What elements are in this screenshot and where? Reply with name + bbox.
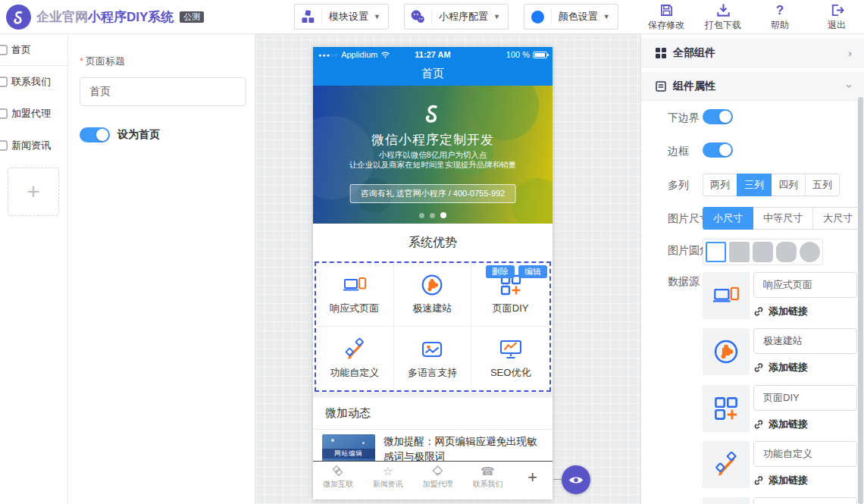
pages-sidebar: 首页 联系我们 加盟代理 新闻资讯 + bbox=[0, 34, 68, 504]
app-title: 企业官网小程序DIY系统 公测 bbox=[36, 0, 204, 34]
sidebar-item-label: 新闻资讯 bbox=[11, 139, 51, 152]
all-components-header[interactable]: 全部组件 › bbox=[641, 39, 864, 67]
exit-button[interactable]: 退出 bbox=[817, 3, 856, 32]
radius-option-none-selected[interactable] bbox=[706, 242, 726, 262]
add-link-button-3[interactable]: 添加链接 bbox=[753, 418, 808, 431]
add-link-button-4[interactable]: 添加链接 bbox=[753, 474, 808, 487]
selected-grid-module[interactable]: 删除 编辑 响应式页面 极速建站 页面DIY bbox=[315, 261, 551, 392]
diamonds-icon bbox=[331, 465, 344, 477]
download-label: 打包下载 bbox=[705, 19, 741, 32]
help-button[interactable]: ? 帮助 bbox=[760, 3, 800, 32]
hero-title: 微信小程序定制开发 bbox=[313, 131, 553, 149]
edit-module-button[interactable]: 编辑 bbox=[518, 265, 547, 278]
radius-option-small[interactable] bbox=[729, 242, 750, 262]
image-size-medium[interactable]: 中等尺寸 bbox=[753, 207, 813, 230]
data-source-input-4[interactable] bbox=[753, 441, 857, 467]
news-section-title: 微加动态 bbox=[313, 398, 553, 430]
star-icon: ☆ bbox=[383, 465, 393, 477]
save-icon bbox=[659, 3, 674, 17]
component-props-header[interactable]: 组件属性 › bbox=[641, 72, 864, 101]
data-source-input-3[interactable] bbox=[753, 385, 857, 411]
tab-add-button[interactable]: + bbox=[512, 462, 553, 493]
data-source-input-1[interactable] bbox=[753, 272, 857, 298]
sidebar-item-contact[interactable]: 联系我们 bbox=[0, 66, 67, 98]
download-icon bbox=[716, 3, 731, 17]
add-page-button[interactable]: + bbox=[8, 167, 59, 216]
data-source-input-2[interactable] bbox=[753, 328, 857, 354]
hero-cta-pill[interactable]: 咨询有礼 送官网小程序 / 400-0755-992 bbox=[350, 184, 516, 203]
save-button[interactable]: 保存修改 bbox=[646, 3, 686, 32]
header-toolbar: 模块设置 ▼ 小程序配置 ▼ 颜色设置 ▼ bbox=[294, 4, 618, 30]
news-item-title: 微加提醒：网页编辑应避免出现敏感词与极限词 bbox=[383, 434, 543, 461]
delete-module-button[interactable]: 删除 bbox=[486, 265, 515, 278]
bottom-border-toggle[interactable] bbox=[703, 109, 733, 124]
tab-contact[interactable]: ☎ 联系我们 bbox=[462, 462, 512, 493]
page-title-input[interactable] bbox=[80, 77, 246, 106]
image-size-small-selected[interactable]: 小尺寸 bbox=[703, 207, 753, 230]
bottom-border-label: 下边界 bbox=[668, 111, 700, 125]
grid-item-multilang[interactable]: 多语言支持 bbox=[394, 327, 472, 390]
save-label: 保存修改 bbox=[648, 19, 684, 32]
page-icon bbox=[0, 140, 8, 151]
carousel-dot[interactable] bbox=[430, 213, 435, 218]
radius-option-circle[interactable] bbox=[800, 242, 820, 262]
add-link-button-1[interactable]: 添加链接 bbox=[753, 305, 808, 318]
grid-item-custom[interactable]: 功能自定义 bbox=[316, 327, 394, 390]
phone-icon: ☎ bbox=[481, 465, 495, 477]
radius-option-large[interactable] bbox=[776, 242, 797, 262]
columns-option-4[interactable]: 四列 bbox=[771, 174, 806, 196]
columns-option-3-selected[interactable]: 三列 bbox=[737, 174, 772, 196]
chain-icon bbox=[753, 475, 764, 486]
tab-weijia[interactable]: 微加互联 bbox=[313, 462, 363, 493]
battery-icon bbox=[533, 52, 547, 58]
columns-option-5[interactable]: 五列 bbox=[805, 174, 840, 196]
chevron-down-icon: ▼ bbox=[603, 13, 610, 20]
responsive-icon bbox=[703, 272, 750, 319]
add-link-button-2[interactable]: 添加链接 bbox=[753, 361, 808, 374]
module-settings-button[interactable]: 模块设置 ▼ bbox=[294, 4, 389, 30]
phone-nav-title: 首页 bbox=[421, 67, 444, 81]
border-toggle[interactable] bbox=[703, 142, 733, 158]
tab-news[interactable]: ☆ 新闻资讯 bbox=[363, 462, 413, 493]
carousel-dot[interactable] bbox=[419, 213, 424, 218]
color-settings-button[interactable]: 颜色设置 ▼ bbox=[524, 4, 618, 30]
wechat-icon bbox=[405, 8, 432, 25]
image-size-large[interactable]: 大尺寸 bbox=[812, 207, 863, 230]
data-source-input-5[interactable] bbox=[753, 497, 857, 504]
sidebar-item-agency[interactable]: 加盟代理 bbox=[0, 98, 67, 130]
columns-option-2[interactable]: 两列 bbox=[703, 174, 737, 196]
set-home-row: 设为首页 bbox=[80, 127, 255, 142]
tag-icon bbox=[431, 465, 444, 477]
data-source-row-5-partial bbox=[703, 497, 862, 504]
color-settings-label: 颜色设置 bbox=[559, 10, 598, 23]
sidebar-item-news[interactable]: 新闻资讯 bbox=[0, 130, 67, 161]
radius-option-medium[interactable] bbox=[753, 242, 773, 262]
sidebar-item-label: 联系我们 bbox=[11, 75, 51, 89]
help-icon: ? bbox=[776, 3, 784, 17]
hero-banner-module[interactable]: 微信小程序定制开发 小程序以微信8亿用户为切入点 让企业以及商家在短时间里实现提… bbox=[313, 86, 553, 224]
download-button[interactable]: 打包下载 bbox=[703, 3, 743, 32]
module-settings-label: 模块设置 bbox=[329, 10, 368, 23]
preview-eye-button[interactable] bbox=[562, 465, 590, 494]
carousel-dot-active[interactable] bbox=[440, 212, 446, 218]
miniprogram-config-button[interactable]: 小程序配置 ▼ bbox=[404, 4, 509, 30]
sidebar-item-home[interactable]: 首页 bbox=[0, 34, 67, 66]
grid-item-fastbuild[interactable]: 极速建站 bbox=[394, 263, 472, 327]
chain-icon bbox=[753, 362, 764, 373]
panel-scrollbar[interactable] bbox=[858, 97, 863, 504]
grid-item-responsive[interactable]: 响应式页面 bbox=[316, 263, 394, 327]
app-title-accent: 小程序DIY系统 bbox=[88, 8, 174, 26]
news-list-item[interactable]: 网站编辑 微加提醒：网页编辑应避免出现敏感词与极限词 bbox=[313, 430, 553, 461]
set-home-toggle[interactable] bbox=[80, 127, 110, 142]
columns-segmented-control: 两列 三列 四列 五列 bbox=[703, 174, 840, 196]
phone-navbar: 首页 bbox=[313, 62, 553, 86]
data-source-label: 数据源 bbox=[668, 275, 700, 289]
header-actions: 保存修改 打包下载 ? 帮助 退出 bbox=[646, 3, 856, 32]
diy-icon bbox=[703, 385, 750, 432]
tab-agency[interactable]: 加盟代理 bbox=[413, 462, 463, 493]
document-list-icon bbox=[656, 81, 666, 92]
puzzle-icon bbox=[421, 274, 443, 296]
grid-item-seo[interactable]: SEO优化 bbox=[471, 327, 549, 390]
phone-preview: ●●●○○ Applidium 11:27 AM 100 % 首页 微信 bbox=[313, 47, 553, 499]
data-source-row-1: 添加链接 bbox=[703, 272, 862, 319]
